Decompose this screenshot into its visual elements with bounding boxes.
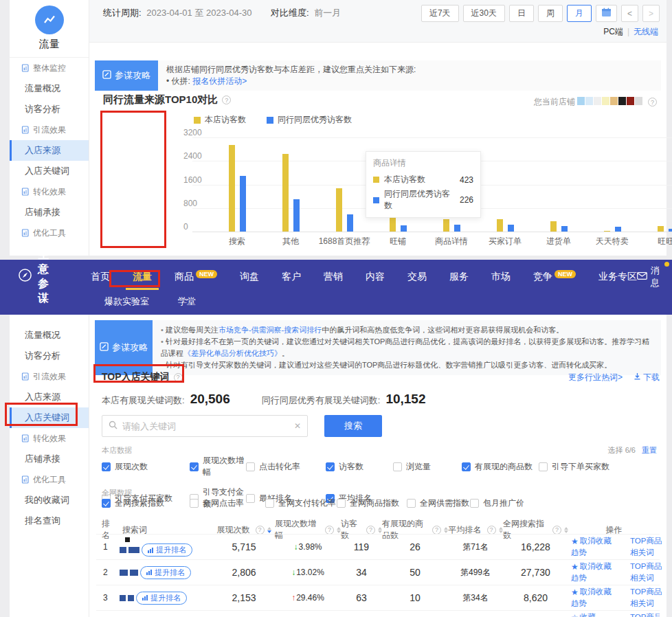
sidebar-item[interactable]: 店铺承接 [10, 449, 89, 469]
help-icon[interactable]: ? [174, 373, 183, 382]
sort-buttons[interactable] [499, 527, 503, 533]
tab-wireless[interactable]: 无线端 [634, 27, 658, 36]
range-button[interactable]: 周 [538, 5, 563, 22]
help-icon[interactable]: ? [432, 526, 441, 535]
advisor-strategy-button[interactable]: 参谋攻略 [95, 60, 158, 91]
unfavorite-link[interactable]: ★取消收藏 [571, 587, 626, 597]
sidebar-item[interactable]: 转化效果 [10, 428, 89, 449]
filter-checkbox[interactable]: 点击转化率 [246, 455, 326, 478]
tab-pc[interactable]: PC端 [603, 27, 623, 36]
more-hot-words-link[interactable]: 更多行业热词> [568, 372, 623, 383]
help-icon[interactable]: ? [222, 96, 231, 104]
download-button[interactable]: 下载 [634, 372, 660, 383]
sidebar-item[interactable]: 优化工具 [10, 223, 89, 243]
filter-checkbox[interactable]: 展现次数增幅 [190, 455, 246, 478]
filter-checkbox[interactable]: 有展现的商品数 [462, 455, 539, 478]
sidebar-item[interactable]: 流量概况 [10, 325, 89, 346]
join-huopin-link[interactable]: 报名伙拼活动> [192, 76, 247, 86]
top-products-link[interactable]: TOP商品 [630, 561, 662, 572]
top-products-link[interactable]: TOP商品 [630, 612, 660, 617]
boost-rank-button[interactable]: 提升排名 [136, 592, 187, 605]
trend-link[interactable]: 趋势 [571, 548, 626, 558]
nav-item-active[interactable]: 流量 [133, 271, 152, 283]
nav-item[interactable]: 首页 [91, 271, 110, 283]
related-words-link[interactable]: 相关词 [630, 598, 662, 609]
filter-checkbox[interactable]: 包月推广价 [470, 497, 660, 509]
related-words-link[interactable]: 相关词 [630, 548, 662, 558]
trend-link[interactable]: 趋势 [571, 573, 626, 583]
sidebar-item-active[interactable]: 入店关键词 [10, 407, 89, 428]
sidebar-item[interactable]: 入店来源 [10, 387, 89, 407]
sidebar-item[interactable]: 优化工具 [10, 469, 89, 490]
filter-checkbox[interactable]: 访客数 [326, 455, 393, 478]
filter-checkbox[interactable]: 全网供需指数 [407, 497, 470, 509]
messages-button[interactable]: 消息 [637, 265, 660, 289]
prev-period-button[interactable]: < [621, 5, 638, 22]
sidebar-item-active[interactable]: 入店来源 [10, 140, 89, 161]
clear-input-icon[interactable]: ✕ [294, 421, 301, 431]
help-icon[interactable]: ? [648, 98, 657, 106]
filter-checkbox[interactable]: 展现次数 [102, 455, 190, 478]
sidebar-item[interactable]: 访客分析 [10, 346, 89, 366]
table-row-partial: ☆收藏TOP商品 [96, 610, 660, 617]
nav-item[interactable]: 服务 [449, 271, 469, 283]
range-button[interactable]: 日 [509, 5, 534, 22]
filter-checkbox[interactable]: 全网支付转化率 [265, 497, 337, 509]
banner-link[interactable]: 市场竞争-供需洞察-搜索词排行 [219, 326, 322, 334]
sidebar-item[interactable]: 整体监控 [10, 58, 89, 78]
nav-item[interactable]: 学堂 [178, 295, 196, 308]
help-icon[interactable]: ? [487, 526, 496, 535]
next-period-button[interactable]: > [642, 5, 660, 22]
help-icon[interactable]: ? [366, 526, 375, 535]
sidebar-item[interactable]: 引流效果 [10, 120, 89, 140]
nav-item[interactable]: 爆款实验室 [104, 295, 149, 308]
calendar-button[interactable] [596, 5, 617, 22]
related-words-link[interactable]: 相关词 [630, 573, 662, 583]
unfavorite-link[interactable]: ★取消收藏 [571, 561, 626, 572]
range-button[interactable]: 月 [567, 5, 592, 22]
sidebar-item[interactable]: 访客分析 [10, 99, 89, 120]
nav-item[interactable]: 业务专区 [598, 271, 637, 283]
brand[interactable]: 生意参谋 [18, 248, 59, 306]
favorite-link[interactable]: ☆收藏 [571, 612, 626, 617]
banner-link[interactable]: 《差异化单品分析优化技巧》 [183, 349, 282, 357]
legend-item[interactable]: 同行同层优秀访客数 [267, 114, 352, 126]
help-icon[interactable]: ? [325, 526, 334, 535]
top-products-link[interactable]: TOP商品 [630, 536, 662, 546]
sidebar-item[interactable]: 引流效果 [10, 366, 89, 387]
nav-item[interactable]: 市场 [491, 271, 511, 283]
sidebar-item[interactable]: 流量概况 [10, 78, 89, 99]
boost-rank-button[interactable]: 提升排名 [142, 543, 192, 557]
top-products-link[interactable]: TOP商品 [630, 587, 662, 597]
filter-checkbox[interactable]: 全网商品指数 [337, 497, 407, 509]
boost-rank-button[interactable]: 提升排名 [140, 566, 191, 579]
search-button[interactable]: 搜索 [324, 415, 382, 437]
reset-link[interactable]: 重置 [642, 446, 657, 454]
unfavorite-link[interactable]: ★取消收藏 [571, 536, 626, 546]
nav-item[interactable]: 询盘 [240, 271, 259, 283]
filter-checkbox[interactable]: 全网点击率 [190, 497, 265, 509]
nav-item[interactable]: 竞争NEW [533, 271, 576, 283]
nav-item[interactable]: 营销 [324, 271, 343, 283]
sidebar-item[interactable]: 入店关键词 [10, 161, 89, 181]
nav-item[interactable]: 交易 [407, 271, 427, 283]
advisor-strategy-button[interactable]: 参谋攻略 [95, 320, 153, 375]
nav-item[interactable]: 客户 [282, 271, 301, 283]
help-icon[interactable]: ? [552, 526, 561, 535]
filter-checkbox[interactable]: 全网搜索指数 [102, 497, 190, 509]
nav-item[interactable]: 商品NEW [175, 271, 217, 283]
range-button[interactable]: 近7天 [421, 5, 459, 22]
filter-checkbox[interactable]: 引导下单买家数 [539, 455, 660, 478]
help-icon[interactable]: ? [256, 526, 265, 535]
sidebar-item[interactable]: 我的收藏词 [10, 490, 89, 511]
nav-item[interactable]: 内容 [366, 271, 385, 283]
sidebar-item[interactable]: 店铺承接 [10, 202, 89, 223]
filter-checkbox[interactable]: 浏览量 [393, 455, 462, 478]
sidebar-item[interactable]: 转化效果 [10, 181, 89, 202]
sidebar-item[interactable]: 排名查询 [10, 511, 89, 531]
sort-buttons[interactable] [267, 527, 271, 533]
search-input[interactable] [122, 421, 289, 431]
range-button[interactable]: 近30天 [463, 5, 505, 22]
trend-link[interactable]: 趋势 [571, 598, 626, 609]
legend-item[interactable]: 本店访客数 [194, 114, 246, 126]
